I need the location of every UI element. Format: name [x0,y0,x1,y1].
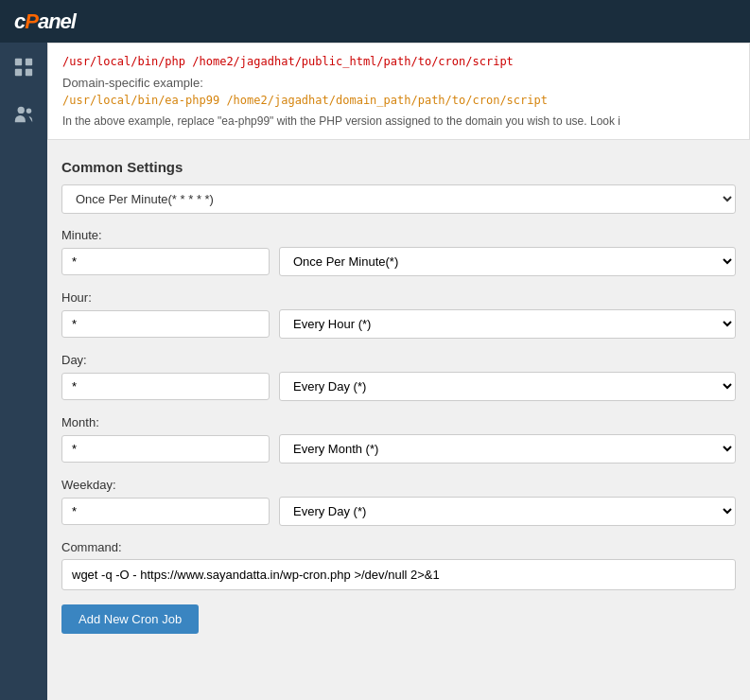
hour-row: Hour: Every Hour (*) Every 2 Hours Every… [61,290,736,339]
svg-rect-3 [26,69,32,76]
info-box: /usr/local/bin/php /home2/jagadhat/publi… [47,43,750,140]
day-row: Day: Every Day (*) 1st 2nd 3rd [61,353,736,401]
weekday-input[interactable] [61,498,270,525]
main-layout: /usr/local/bin/php /home2/jagadhat/publi… [0,43,750,700]
hour-label: Hour: [61,290,736,305]
month-input[interactable] [61,435,270,463]
add-cron-job-button[interactable]: Add New Cron Job [61,604,199,634]
weekday-label: Weekday: [61,478,736,492]
minute-inputs: Once Per Minute(*) Every 2 Minutes Every… [61,247,736,276]
month-inputs: Every Month (*) January February March A… [61,434,736,464]
day-input[interactable] [61,373,270,400]
sidebar-icon-users[interactable] [9,99,39,132]
command-input[interactable] [61,559,736,590]
hour-inputs: Every Hour (*) Every 2 Hours Every 4 Hou… [61,309,736,339]
minute-label: Minute: [61,228,736,242]
minute-select[interactable]: Once Per Minute(*) Every 2 Minutes Every… [279,247,736,276]
svg-rect-1 [26,59,32,65]
command-row: Command: [61,540,736,590]
path-red: /usr/local/bin/php /home2/jagadhat/publi… [62,55,735,68]
path-orange: /usr/local/bin/ea-php99 /home2/jagadhat/… [62,94,735,107]
svg-point-4 [18,107,25,114]
svg-rect-2 [15,69,22,76]
weekday-inputs: Every Day (*) Sunday Monday Tuesday Wedn… [61,497,736,526]
hour-select[interactable]: Every Hour (*) Every 2 Hours Every 4 Hou… [279,309,736,339]
day-inputs: Every Day (*) 1st 2nd 3rd [61,372,736,401]
info-note: In the above example, replace "ea-php99"… [62,114,735,128]
minute-input[interactable] [61,248,270,275]
day-label: Day: [61,353,736,367]
month-select[interactable]: Every Month (*) January February March A… [279,434,736,464]
common-settings-select[interactable]: Once Per Minute(* * * * *) Once Per Hour… [61,184,736,214]
cpanel-logo: cPanel [14,9,76,34]
weekday-row: Weekday: Every Day (*) Sunday Monday Tue… [61,478,736,526]
minute-row: Minute: Once Per Minute(*) Every 2 Minut… [61,228,736,276]
day-select[interactable]: Every Day (*) 1st 2nd 3rd [279,372,736,401]
weekday-select[interactable]: Every Day (*) Sunday Monday Tuesday Wedn… [279,497,736,526]
sidebar-icon-grid[interactable] [9,52,39,85]
top-nav: cPanel [0,0,750,43]
month-row: Month: Every Month (*) January February … [61,415,736,464]
section-title: Common Settings [61,159,736,175]
svg-point-5 [26,109,32,114]
form-area: Common Settings Once Per Minute(* * * * … [47,140,750,653]
svg-rect-0 [15,59,22,65]
sidebar [0,43,47,700]
main-content: /usr/local/bin/php /home2/jagadhat/publi… [47,43,750,700]
month-label: Month: [61,415,736,429]
command-label: Command: [61,540,736,554]
hour-input[interactable] [61,310,270,338]
domain-label: Domain-specific example: [62,76,735,90]
